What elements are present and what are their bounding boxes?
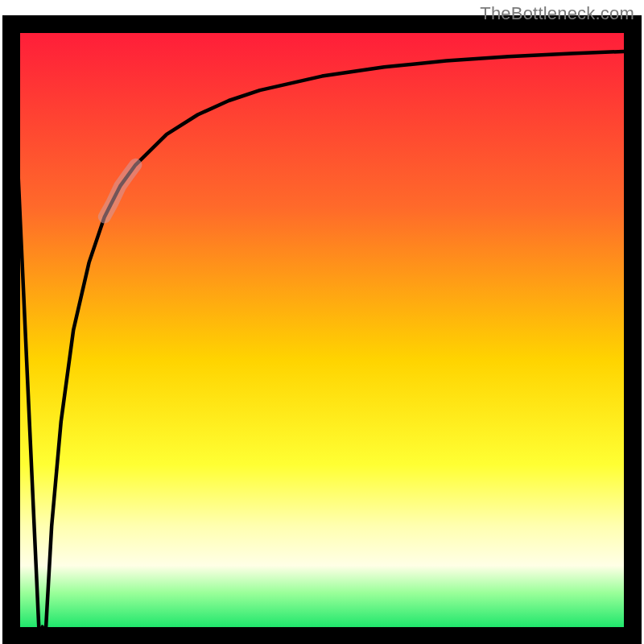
chart-container: TheBottleneck.com [0,0,644,644]
plot-background [11,24,633,636]
bottleneck-chart [0,0,644,644]
attribution-label: TheBottleneck.com [480,3,634,24]
